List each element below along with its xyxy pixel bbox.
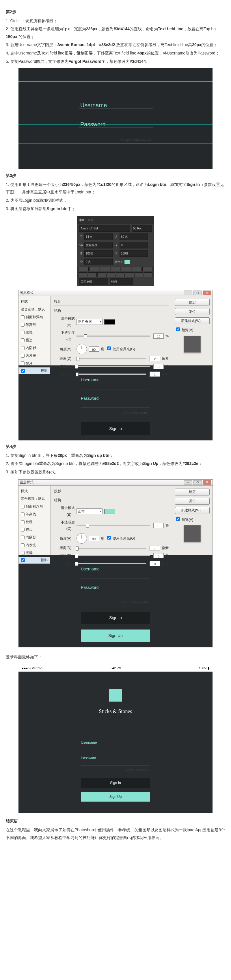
signin-button[interactable]: Sign In — [81, 612, 150, 624]
shadow-color-swatch[interactable] — [104, 319, 115, 325]
style-innerglow[interactable]: 内发光 — [18, 541, 50, 549]
angle-value[interactable]: 90 — [89, 347, 99, 352]
signin-button[interactable]: Sign In — [81, 778, 150, 788]
style-bevel[interactable]: 斜面和浮雕 — [18, 503, 50, 511]
signin-button[interactable]: Sign In — [81, 422, 150, 435]
style-contour[interactable]: 等高线 — [18, 321, 50, 329]
t: 48px — [138, 51, 147, 55]
spread-value[interactable]: 0 — [153, 364, 164, 369]
ok-button[interactable]: 确定 — [175, 299, 210, 306]
size-slider[interactable] — [77, 374, 146, 375]
style-dropshadow[interactable]: 投影 — [18, 557, 50, 564]
style-innershadow[interactable]: 内阴影 — [18, 533, 50, 541]
distance-value[interactable]: 1 — [149, 546, 160, 551]
distance-slider[interactable] — [77, 358, 146, 359]
t: 的位置； — [17, 34, 35, 39]
t: Sign In — [186, 182, 200, 187]
global-light-checkbox[interactable]: 使用全局光(G) — [106, 535, 135, 542]
size-value[interactable]: 0 — [149, 561, 160, 566]
font-family-select[interactable]: Avenir LT Std — [79, 225, 130, 232]
aa-select[interactable]: 锐利 — [110, 278, 133, 285]
font-size-field[interactable]: 14 点 — [84, 234, 112, 240]
shadow-color-swatch[interactable] — [104, 509, 115, 514]
px-unit: 像素 — [162, 560, 168, 567]
style-texture[interactable]: 纹理 — [18, 518, 50, 526]
signup-button[interactable]: Sign Up — [81, 792, 150, 802]
maximize-icon[interactable]: ▢ — [193, 480, 202, 485]
size-slider[interactable] — [77, 563, 146, 564]
style-texture[interactable]: 纹理 — [18, 329, 50, 336]
step2-line5: 5. 复制Password图层，文字修改为Forgot Password？，颜色… — [6, 58, 225, 65]
tracking-field[interactable]: 0 — [120, 242, 148, 248]
blend-mode-select[interactable]: 正片叠底▾ — [77, 319, 103, 325]
style-stroke[interactable]: 描边 — [18, 336, 50, 344]
opacity-value[interactable]: 12 — [153, 334, 164, 339]
size-value[interactable]: 1 — [149, 372, 160, 377]
angle-dial[interactable] — [77, 533, 87, 544]
ot-feature-btn[interactable] — [107, 272, 115, 277]
minimize-icon[interactable]: — — [184, 291, 192, 295]
cancel-button[interactable]: 复位 — [175, 308, 210, 315]
signup-button[interactable]: Sign Up — [81, 630, 150, 642]
preview-checkbox[interactable]: 预览(V) — [175, 326, 210, 334]
spread-slider[interactable] — [77, 366, 150, 367]
deg-unit: 度 — [101, 346, 104, 353]
spread-value[interactable]: 0 — [153, 553, 164, 558]
text-color-swatch[interactable] — [124, 260, 130, 264]
type-style-btn[interactable] — [89, 267, 99, 271]
distance-slider[interactable] — [77, 548, 146, 549]
username-field-line — [81, 746, 150, 750]
type-style-btn[interactable] — [142, 267, 152, 271]
opacity-value[interactable]: 15 — [153, 523, 164, 528]
ot-feature-btn[interactable] — [144, 272, 152, 277]
type-style-btn[interactable] — [121, 267, 131, 271]
close-icon[interactable]: ✕ — [203, 291, 211, 295]
style-innershadow[interactable]: 内阴影 — [18, 344, 50, 352]
cancel-button[interactable]: 复位 — [175, 498, 210, 505]
style-satin[interactable]: 光泽 — [18, 360, 50, 368]
type-style-btn[interactable] — [79, 267, 89, 271]
ot-feature-btn[interactable] — [79, 272, 87, 277]
ok-button[interactable]: 确定 — [175, 488, 210, 495]
username-label: Username — [81, 739, 150, 746]
style-satin[interactable]: 光泽 — [18, 549, 50, 557]
minimize-icon[interactable]: — — [184, 480, 192, 485]
type-style-btn[interactable] — [132, 267, 142, 271]
hscale-field[interactable]: 100% — [120, 250, 148, 257]
new-style-button[interactable]: 新建样式(W)... — [175, 317, 210, 324]
style-stroke[interactable]: 描边 — [18, 526, 50, 533]
tab-character[interactable]: 字符 — [79, 217, 85, 223]
ot-feature-btn[interactable] — [116, 272, 124, 277]
close-icon[interactable]: ✕ — [203, 480, 211, 485]
ot-feature-btn[interactable] — [97, 272, 106, 277]
baseline-field[interactable]: 0 点 — [84, 259, 112, 265]
ot-feature-btn[interactable] — [88, 272, 96, 277]
angle-value[interactable]: 90 — [89, 536, 99, 541]
global-light-checkbox[interactable]: 使用全局光(G) — [106, 345, 135, 353]
opacity-slider[interactable] — [77, 525, 150, 526]
blending-options[interactable]: 混合选项：默认 — [18, 305, 50, 313]
vscale-field[interactable]: 100% — [84, 250, 112, 257]
spread-slider[interactable] — [77, 555, 150, 556]
maximize-icon[interactable]: ▢ — [193, 291, 202, 295]
type-style-btn[interactable] — [111, 267, 121, 271]
leading-field[interactable]: 60 点 — [120, 234, 148, 240]
style-innerglow[interactable]: 内发光 — [18, 352, 50, 360]
angle-dial[interactable] — [77, 344, 87, 354]
type-style-btn[interactable] — [100, 267, 110, 271]
blending-options[interactable]: 混合选项：默认 — [18, 495, 50, 503]
lang-select[interactable]: 美国英语 — [79, 278, 108, 285]
distance-value[interactable]: 2 — [149, 356, 160, 361]
new-style-button[interactable]: 新建样式(W)... — [175, 507, 210, 514]
font-style-select[interactable]: 55 Ro... — [132, 225, 152, 232]
style-contour[interactable]: 等高线 — [18, 511, 50, 518]
style-dropshadow[interactable]: 投影 — [18, 367, 50, 374]
opacity-slider[interactable] — [77, 336, 150, 337]
ot-feature-btn[interactable] — [135, 272, 143, 277]
blend-mode-select[interactable]: 正常▾ — [77, 508, 103, 514]
style-bevel[interactable]: 斜面和浮雕 — [18, 313, 50, 321]
tab-paragraph[interactable]: 段落 — [88, 217, 93, 223]
kerning-field[interactable]: 度量标准 — [84, 242, 112, 248]
preview-checkbox[interactable]: 预览(V) — [175, 516, 210, 523]
ot-feature-btn[interactable] — [125, 272, 134, 277]
